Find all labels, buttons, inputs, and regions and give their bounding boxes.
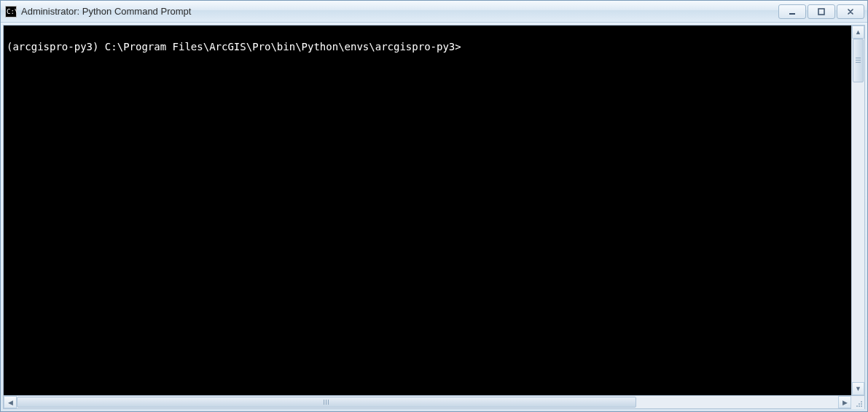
svg-point-10 xyxy=(861,401,862,403)
window-controls xyxy=(778,4,864,19)
scroll-up-arrow-icon[interactable]: ▲ xyxy=(852,26,864,39)
console-prompt: (arcgispro-py3) C:\Program Files\ArcGIS\… xyxy=(7,41,461,53)
resize-grip[interactable] xyxy=(851,396,864,409)
horizontal-scrollbar[interactable]: ◀ ▶ xyxy=(3,396,865,409)
vertical-scrollbar[interactable]: ▲ ▼ xyxy=(851,26,864,395)
close-button[interactable] xyxy=(837,4,864,19)
minimize-button[interactable] xyxy=(778,4,806,19)
scroll-down-arrow-icon[interactable]: ▼ xyxy=(852,382,864,395)
vertical-scroll-thumb[interactable] xyxy=(853,39,864,82)
horizontal-scroll-track[interactable] xyxy=(17,396,838,408)
window-title: Administrator: Python Command Prompt xyxy=(21,6,778,17)
svg-point-7 xyxy=(861,403,862,405)
titlebar[interactable]: C:\ Administrator: Python Command Prompt xyxy=(1,1,867,23)
svg-rect-4 xyxy=(818,9,824,15)
console-container: (arcgispro-py3) C:\Program Files\ArcGIS\… xyxy=(3,25,865,396)
svg-point-5 xyxy=(861,405,862,407)
horizontal-scroll-thumb[interactable] xyxy=(17,397,636,408)
svg-point-6 xyxy=(859,405,860,407)
scroll-right-arrow-icon[interactable]: ▶ xyxy=(838,396,851,408)
svg-point-9 xyxy=(859,403,860,405)
vertical-scroll-track[interactable] xyxy=(852,39,864,382)
window-frame: C:\ Administrator: Python Command Prompt… xyxy=(0,0,868,412)
svg-text:C:\: C:\ xyxy=(7,8,17,15)
client-area: (arcgispro-py3) C:\Program Files\ArcGIS\… xyxy=(1,23,867,411)
cmd-icon: C:\ xyxy=(5,6,17,18)
svg-rect-3 xyxy=(789,13,795,15)
scroll-left-arrow-icon[interactable]: ◀ xyxy=(4,396,17,408)
console-output[interactable]: (arcgispro-py3) C:\Program Files\ArcGIS\… xyxy=(4,26,851,395)
svg-point-8 xyxy=(856,405,858,407)
maximize-button[interactable] xyxy=(808,4,835,19)
